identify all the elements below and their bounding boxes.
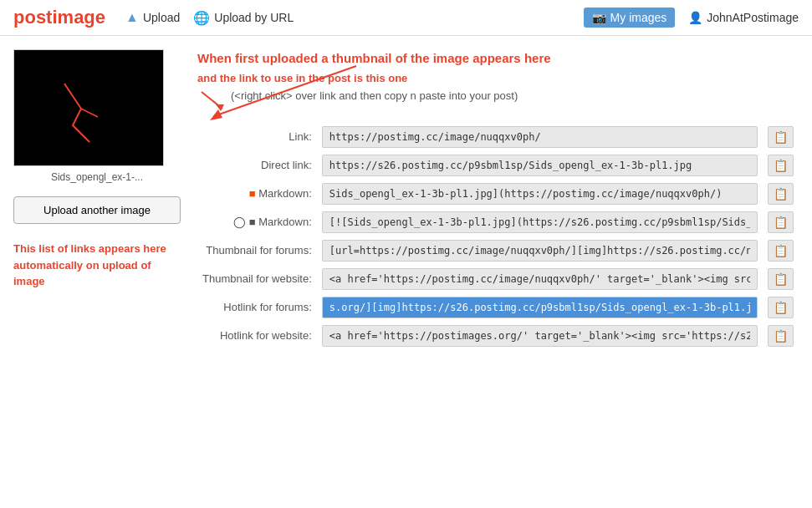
github-icon: ◯ [233,216,246,228]
table-row: ■ Markdown:📋 [197,180,799,208]
upload-another-button[interactable]: Upload another image [13,196,181,224]
upload-label: Upload [143,11,180,24]
link-input-cell [317,123,763,151]
logo-image: image [52,7,105,28]
image-preview [13,49,164,166]
upload-icon: ▲ [125,10,139,25]
link-input-cell [317,236,763,265]
side-note: This list of links appears here automati… [13,241,181,290]
image-icon: 📷 [592,11,606,24]
link-label: Link: [197,123,317,151]
link-input[interactable] [322,240,758,262]
link-input[interactable] [322,126,758,148]
link-input-cell [317,293,763,322]
copy-button[interactable]: 📋 [768,211,794,233]
upload-by-url-link[interactable]: 🌐 Upload by URL [193,10,294,26]
logo: postimage [13,7,105,28]
globe-icon: 🌐 [193,10,210,26]
link-label: Thumbnail for website: [197,265,317,293]
link-input[interactable] [322,297,758,318]
table-row: Direct link:📋 [197,151,799,180]
upload-link[interactable]: ▲ Upload [125,10,180,26]
svg-line-1 [214,66,356,116]
link-input[interactable] [322,268,758,290]
link-label: Hotlink for forums: [197,293,317,322]
copy-button[interactable]: 📋 [768,126,794,148]
copy-cell: 📋 [763,151,799,180]
link-label: Thumbnail for forums: [197,236,317,265]
svg-rect-0 [14,50,164,166]
link-input-cell [317,208,763,236]
table-row: Thumbnail for website:📋 [197,265,799,293]
header-right: 📷 My images 👤 JohnAtPostimage [584,8,799,28]
copy-button[interactable]: 📋 [768,155,794,176]
user-icon: 👤 [688,11,702,24]
copy-cell: 📋 [763,265,799,293]
image-preview-inner [14,50,163,165]
link-input[interactable] [322,183,758,205]
user-link[interactable]: 👤 JohnAtPostimage [688,11,799,24]
annotation-area: When first uploaded a thumbnail of the i… [197,49,799,113]
link-input[interactable] [322,155,758,176]
user-label: JohnAtPostimage [707,11,799,24]
copy-cell: 📋 [763,123,799,151]
image-crack-overlay [14,50,164,166]
reddit-icon: ■ [249,187,256,200]
link-input-cell [317,180,763,208]
link-input[interactable] [322,211,758,233]
upload-by-url-label: Upload by URL [214,11,294,24]
nav-links: ▲ Upload 🌐 Upload by URL [125,10,584,26]
link-input-cell [317,322,763,350]
copy-cell: 📋 [763,208,799,236]
copy-cell: 📋 [763,293,799,322]
copy-button[interactable]: 📋 [768,240,794,262]
link-label: ■ Markdown: [197,180,317,208]
copy-button[interactable]: 📋 [768,297,794,318]
table-row: Hotlink for website:📋 [197,322,799,350]
link-input-cell [317,265,763,293]
copy-cell: 📋 [763,236,799,265]
image-name: Sids_opengl_ex-1-... [13,171,181,183]
copy-button[interactable]: 📋 [768,183,794,205]
table-row: ◯ ■ Markdown:📋 [197,208,799,236]
link-label-icon: ■ [249,216,256,228]
svg-marker-2 [210,109,222,120]
link-label: Direct link: [197,151,317,180]
arrow-overlay [189,58,423,124]
table-row: Thumbnail for forums:📋 [197,236,799,265]
left-panel: Sids_opengl_ex-1-... Upload another imag… [13,49,181,350]
link-input-cell [317,151,763,180]
header: postimage ▲ Upload 🌐 Upload by URL 📷 My … [0,0,812,36]
link-label: ◯ ■ Markdown: [197,208,317,236]
logo-post: post [13,7,52,28]
my-images-link[interactable]: 📷 My images [584,8,676,28]
right-panel: When first uploaded a thumbnail of the i… [197,49,799,350]
table-row: Link:📋 [197,123,799,151]
links-table: Link:📋Direct link:📋■ Markdown:📋◯ ■ Markd… [197,123,799,350]
main-content: Sids_opengl_ex-1-... Upload another imag… [0,36,812,363]
copy-button[interactable]: 📋 [768,268,794,290]
copy-button[interactable]: 📋 [768,325,794,347]
copy-cell: 📋 [763,322,799,350]
my-images-label: My images [610,11,667,24]
table-row: Hotlink for forums:📋 [197,293,799,322]
link-label: Hotlink for website: [197,322,317,350]
copy-cell: 📋 [763,180,799,208]
link-input[interactable] [322,325,758,347]
